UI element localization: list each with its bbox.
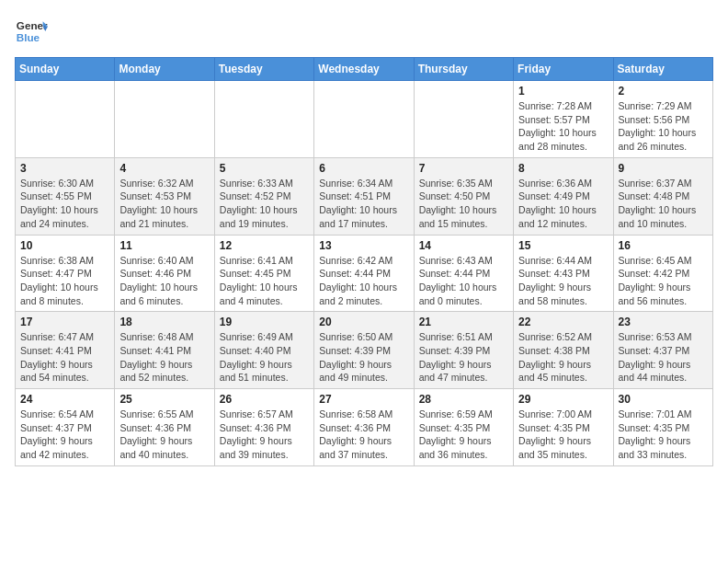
calendar-cell: 28Sunrise: 6:59 AM Sunset: 4:35 PM Dayli… <box>414 389 513 466</box>
day-info: Sunrise: 6:51 AM Sunset: 4:39 PM Dayligh… <box>419 330 508 385</box>
weekday-header: Tuesday <box>214 58 313 81</box>
calendar-cell: 19Sunrise: 6:49 AM Sunset: 4:40 PM Dayli… <box>214 312 313 389</box>
day-info: Sunrise: 6:40 AM Sunset: 4:46 PM Dayligh… <box>119 254 209 308</box>
calendar-cell: 1Sunrise: 7:28 AM Sunset: 5:57 PM Daylig… <box>514 81 613 158</box>
day-info: Sunrise: 6:55 AM Sunset: 4:36 PM Dayligh… <box>119 408 209 462</box>
weekday-header: Saturday <box>613 58 712 81</box>
day-info: Sunrise: 6:59 AM Sunset: 4:35 PM Dayligh… <box>419 408 508 462</box>
calendar-week-row: 1Sunrise: 7:28 AM Sunset: 5:57 PM Daylig… <box>16 81 713 158</box>
day-number: 16 <box>619 239 708 252</box>
weekday-header: Wednesday <box>314 58 414 81</box>
day-info: Sunrise: 6:58 AM Sunset: 4:36 PM Dayligh… <box>319 408 408 462</box>
calendar-week-row: 3Sunrise: 6:30 AM Sunset: 4:55 PM Daylig… <box>16 157 713 235</box>
day-number: 23 <box>619 316 708 328</box>
calendar-cell: 20Sunrise: 6:50 AM Sunset: 4:39 PM Dayli… <box>314 312 414 389</box>
calendar-cell: 25Sunrise: 6:55 AM Sunset: 4:36 PM Dayli… <box>115 389 214 466</box>
calendar-cell <box>414 81 513 158</box>
calendar-cell: 4Sunrise: 6:32 AM Sunset: 4:53 PM Daylig… <box>115 157 214 235</box>
day-info: Sunrise: 6:38 AM Sunset: 4:47 PM Dayligh… <box>20 254 109 308</box>
calendar-cell: 27Sunrise: 6:58 AM Sunset: 4:36 PM Dayli… <box>314 389 414 466</box>
day-info: Sunrise: 6:43 AM Sunset: 4:44 PM Dayligh… <box>419 254 508 308</box>
calendar-cell: 24Sunrise: 6:54 AM Sunset: 4:37 PM Dayli… <box>16 389 115 466</box>
calendar-cell: 21Sunrise: 6:51 AM Sunset: 4:39 PM Dayli… <box>414 312 513 389</box>
day-info: Sunrise: 6:49 AM Sunset: 4:40 PM Dayligh… <box>220 330 309 385</box>
day-info: Sunrise: 6:42 AM Sunset: 4:44 PM Dayligh… <box>319 254 408 308</box>
day-info: Sunrise: 6:54 AM Sunset: 4:37 PM Dayligh… <box>20 408 109 462</box>
day-info: Sunrise: 6:41 AM Sunset: 4:45 PM Dayligh… <box>220 254 309 308</box>
day-info: Sunrise: 6:47 AM Sunset: 4:41 PM Dayligh… <box>20 330 109 385</box>
day-number: 14 <box>419 239 508 252</box>
calendar-cell: 14Sunrise: 6:43 AM Sunset: 4:44 PM Dayli… <box>414 235 513 312</box>
calendar-cell: 8Sunrise: 6:36 AM Sunset: 4:49 PM Daylig… <box>514 157 613 235</box>
calendar-cell <box>314 81 414 158</box>
calendar-cell: 17Sunrise: 6:47 AM Sunset: 4:41 PM Dayli… <box>16 312 115 389</box>
day-info: Sunrise: 7:00 AM Sunset: 4:35 PM Dayligh… <box>518 408 608 462</box>
day-number: 26 <box>220 393 309 406</box>
day-number: 18 <box>119 316 209 328</box>
day-number: 30 <box>619 393 708 406</box>
day-info: Sunrise: 6:33 AM Sunset: 4:52 PM Dayligh… <box>220 177 309 231</box>
calendar-cell: 29Sunrise: 7:00 AM Sunset: 4:35 PM Dayli… <box>514 389 613 466</box>
calendar-week-row: 17Sunrise: 6:47 AM Sunset: 4:41 PM Dayli… <box>16 312 713 389</box>
calendar-cell: 10Sunrise: 6:38 AM Sunset: 4:47 PM Dayli… <box>16 235 115 312</box>
day-number: 13 <box>319 239 408 252</box>
day-number: 21 <box>419 316 508 328</box>
calendar-cell <box>115 81 214 158</box>
calendar-cell: 26Sunrise: 6:57 AM Sunset: 4:36 PM Dayli… <box>214 389 313 466</box>
day-info: Sunrise: 6:57 AM Sunset: 4:36 PM Dayligh… <box>220 408 309 462</box>
day-info: Sunrise: 6:32 AM Sunset: 4:53 PM Dayligh… <box>119 177 209 231</box>
day-number: 24 <box>20 393 109 406</box>
day-number: 4 <box>119 162 209 175</box>
day-info: Sunrise: 6:35 AM Sunset: 4:50 PM Dayligh… <box>419 177 508 231</box>
logo: General Blue <box>15 15 48 48</box>
day-number: 27 <box>319 393 408 406</box>
day-info: Sunrise: 6:50 AM Sunset: 4:39 PM Dayligh… <box>319 330 408 385</box>
day-number: 9 <box>619 162 708 175</box>
weekday-header: Thursday <box>414 58 513 81</box>
calendar-cell: 18Sunrise: 6:48 AM Sunset: 4:41 PM Dayli… <box>115 312 214 389</box>
day-number: 25 <box>119 393 209 406</box>
day-number: 15 <box>518 239 608 252</box>
day-number: 28 <box>419 393 508 406</box>
calendar-cell: 22Sunrise: 6:52 AM Sunset: 4:38 PM Dayli… <box>514 312 613 389</box>
calendar-table: SundayMondayTuesdayWednesdayThursdayFrid… <box>15 57 713 466</box>
day-number: 10 <box>20 239 109 252</box>
calendar-cell: 13Sunrise: 6:42 AM Sunset: 4:44 PM Dayli… <box>314 235 414 312</box>
day-number: 22 <box>518 316 608 328</box>
day-info: Sunrise: 6:48 AM Sunset: 4:41 PM Dayligh… <box>119 330 209 385</box>
day-number: 20 <box>319 316 408 328</box>
day-info: Sunrise: 6:36 AM Sunset: 4:49 PM Dayligh… <box>518 177 608 231</box>
weekday-header: Monday <box>115 58 214 81</box>
day-info: Sunrise: 6:30 AM Sunset: 4:55 PM Dayligh… <box>20 177 109 231</box>
day-number: 1 <box>518 85 608 98</box>
calendar-cell: 2Sunrise: 7:29 AM Sunset: 5:56 PM Daylig… <box>613 81 712 158</box>
day-info: Sunrise: 7:29 AM Sunset: 5:56 PM Dayligh… <box>619 99 708 154</box>
page-header: General Blue <box>15 15 713 48</box>
day-number: 6 <box>319 162 408 175</box>
calendar-cell <box>214 81 313 158</box>
logo-icon: General Blue <box>15 15 48 48</box>
day-number: 8 <box>518 162 608 175</box>
day-number: 5 <box>220 162 309 175</box>
calendar-cell: 3Sunrise: 6:30 AM Sunset: 4:55 PM Daylig… <box>16 157 115 235</box>
day-info: Sunrise: 7:28 AM Sunset: 5:57 PM Dayligh… <box>518 99 608 154</box>
day-number: 3 <box>20 162 109 175</box>
day-info: Sunrise: 6:53 AM Sunset: 4:37 PM Dayligh… <box>619 330 708 385</box>
day-info: Sunrise: 7:01 AM Sunset: 4:35 PM Dayligh… <box>619 408 708 462</box>
day-number: 2 <box>619 85 708 98</box>
calendar-cell: 12Sunrise: 6:41 AM Sunset: 4:45 PM Dayli… <box>214 235 313 312</box>
day-number: 7 <box>419 162 508 175</box>
day-number: 19 <box>220 316 309 328</box>
calendar-cell: 16Sunrise: 6:45 AM Sunset: 4:42 PM Dayli… <box>613 235 712 312</box>
calendar-cell: 5Sunrise: 6:33 AM Sunset: 4:52 PM Daylig… <box>214 157 313 235</box>
svg-text:Blue: Blue <box>17 31 40 43</box>
day-number: 29 <box>518 393 608 406</box>
day-info: Sunrise: 6:52 AM Sunset: 4:38 PM Dayligh… <box>518 330 608 385</box>
weekday-header: Friday <box>514 58 613 81</box>
calendar-cell: 6Sunrise: 6:34 AM Sunset: 4:51 PM Daylig… <box>314 157 414 235</box>
day-number: 17 <box>20 316 109 328</box>
weekday-header-row: SundayMondayTuesdayWednesdayThursdayFrid… <box>16 58 713 81</box>
calendar-week-row: 24Sunrise: 6:54 AM Sunset: 4:37 PM Dayli… <box>16 389 713 466</box>
day-info: Sunrise: 6:37 AM Sunset: 4:48 PM Dayligh… <box>619 177 708 231</box>
day-number: 12 <box>220 239 309 252</box>
